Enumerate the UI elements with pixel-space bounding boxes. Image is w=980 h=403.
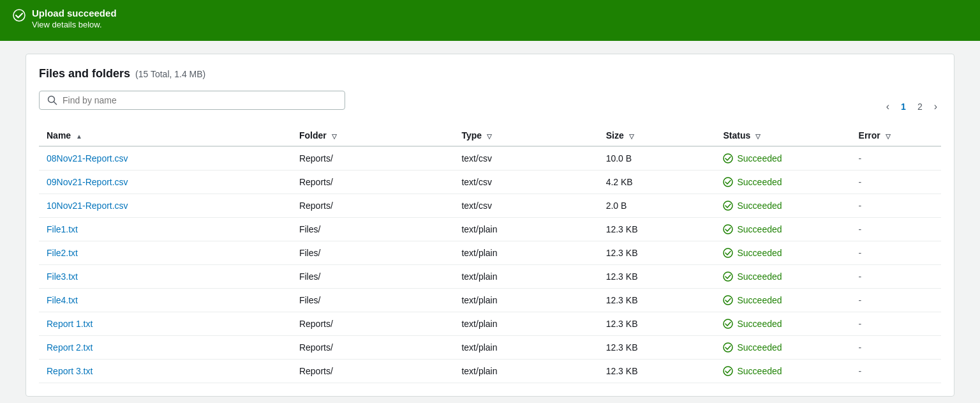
card-header: Files and folders (15 Total, 1.4 MB) <box>39 67 941 80</box>
file-link[interactable]: File2.txt <box>47 248 78 258</box>
pagination-next-button[interactable]: › <box>930 100 941 114</box>
file-size: 12.3 KB <box>598 289 716 312</box>
card-title: Files and folders <box>39 67 130 80</box>
succeeded-icon <box>723 224 733 234</box>
table-body: 08Nov21-Report.csvReports/text/csv10.0 B… <box>39 146 941 383</box>
pagination-prev-button[interactable]: ‹ <box>882 100 893 114</box>
card-subtitle: (15 Total, 1.4 MB) <box>135 69 205 79</box>
table-row: File3.txtFiles/text/plain12.3 KB Succeed… <box>39 265 941 289</box>
file-status: Succeeded <box>715 312 850 336</box>
table-row: Report 3.txtReports/text/plain12.3 KB Su… <box>39 360 941 383</box>
file-folder: Files/ <box>292 218 454 241</box>
file-link[interactable]: Report 2.txt <box>47 342 93 353</box>
table-row: 09Nov21-Report.csvReports/text/csv4.2 KB… <box>39 171 941 194</box>
file-link[interactable]: File1.txt <box>47 224 78 234</box>
pagination-page-2[interactable]: 2 <box>914 100 926 113</box>
file-size: 10.0 B <box>598 146 716 171</box>
svg-point-12 <box>724 367 732 376</box>
file-link[interactable]: File3.txt <box>47 271 78 282</box>
status-label: Succeeded <box>737 248 782 258</box>
status-label: Succeeded <box>737 295 782 305</box>
file-folder: Reports/ <box>292 312 454 336</box>
file-status: Succeeded <box>715 289 850 312</box>
svg-line-2 <box>54 102 57 105</box>
file-link[interactable]: 09Nov21-Report.csv <box>47 177 128 187</box>
file-link[interactable]: Report 1.txt <box>47 319 93 329</box>
check-circle-icon <box>13 9 26 22</box>
table-row: 10Nov21-Report.csvReports/text/csv2.0 B … <box>39 194 941 218</box>
file-link[interactable]: 08Nov21-Report.csv <box>47 153 128 163</box>
col-header-size[interactable]: Size ▽ <box>598 125 716 146</box>
col-header-folder[interactable]: Folder ▽ <box>292 125 454 146</box>
succeeded-icon <box>723 342 733 353</box>
file-type: text/plain <box>454 218 598 241</box>
search-bar[interactable] <box>39 91 345 110</box>
file-type: text/csv <box>454 146 598 171</box>
file-error: - <box>851 312 941 336</box>
svg-point-3 <box>724 154 732 163</box>
file-type: text/plain <box>454 360 598 383</box>
col-header-error[interactable]: Error ▽ <box>851 125 941 146</box>
file-status: Succeeded <box>715 241 850 265</box>
search-icon <box>47 95 57 105</box>
file-folder: Files/ <box>292 241 454 265</box>
table-row: Report 2.txtReports/text/plain12.3 KB Su… <box>39 336 941 360</box>
file-size: 12.3 KB <box>598 360 716 383</box>
col-header-name[interactable]: Name ▲ <box>39 125 292 146</box>
sort-none-icon-type: ▽ <box>487 133 492 140</box>
table-header: Name ▲ Folder ▽ Type ▽ Size ▽ Status ▽ <box>39 125 941 146</box>
file-type: text/plain <box>454 241 598 265</box>
succeeded-icon <box>723 153 733 163</box>
file-link[interactable]: 10Nov21-Report.csv <box>47 201 128 211</box>
svg-point-4 <box>724 178 732 186</box>
succeeded-icon <box>723 319 733 329</box>
status-label: Succeeded <box>737 201 782 211</box>
file-size: 12.3 KB <box>598 218 716 241</box>
file-folder: Files/ <box>292 265 454 289</box>
table-controls: ‹ 1 2 › <box>39 91 941 123</box>
file-error: - <box>851 241 941 265</box>
file-link[interactable]: File4.txt <box>47 295 78 305</box>
file-size: 12.3 KB <box>598 312 716 336</box>
file-type: text/csv <box>454 171 598 194</box>
sort-none-icon-status: ▽ <box>755 133 761 140</box>
file-error: - <box>851 360 941 383</box>
svg-point-5 <box>724 201 732 210</box>
banner-subtitle: View details below. <box>32 20 117 29</box>
file-error: - <box>851 146 941 171</box>
succeeded-icon <box>723 248 733 258</box>
sort-asc-icon: ▲ <box>76 133 82 140</box>
sort-none-icon-error: ▽ <box>886 133 891 140</box>
pagination: ‹ 1 2 › <box>882 100 941 114</box>
file-type: text/plain <box>454 289 598 312</box>
pagination-page-1[interactable]: 1 <box>897 100 910 113</box>
svg-point-0 <box>13 10 25 21</box>
succeeded-icon <box>723 177 733 187</box>
table-row: File1.txtFiles/text/plain12.3 KB Succeed… <box>39 218 941 241</box>
status-label: Succeeded <box>737 342 782 353</box>
file-folder: Files/ <box>292 289 454 312</box>
file-status: Succeeded <box>715 336 850 360</box>
svg-point-9 <box>724 296 732 305</box>
file-status: Succeeded <box>715 194 850 218</box>
file-error: - <box>851 194 941 218</box>
svg-point-10 <box>724 319 732 328</box>
success-banner: Upload succeeded View details below. <box>0 0 980 41</box>
file-size: 4.2 KB <box>598 171 716 194</box>
status-label: Succeeded <box>737 224 782 234</box>
file-folder: Reports/ <box>292 360 454 383</box>
file-status: Succeeded <box>715 265 850 289</box>
svg-point-6 <box>724 225 732 234</box>
banner-title: Upload succeeded <box>32 8 117 19</box>
col-header-type[interactable]: Type ▽ <box>454 125 598 146</box>
search-input[interactable] <box>63 95 337 105</box>
col-header-status[interactable]: Status ▽ <box>715 125 850 146</box>
file-link[interactable]: Report 3.txt <box>47 366 93 376</box>
main-content: Files and folders (15 Total, 1.4 MB) ‹ 1… <box>0 41 980 403</box>
status-label: Succeeded <box>737 271 782 282</box>
svg-point-7 <box>724 248 732 257</box>
succeeded-icon <box>723 295 733 305</box>
file-folder: Reports/ <box>292 171 454 194</box>
sort-none-icon-folder: ▽ <box>332 133 337 140</box>
file-size: 12.3 KB <box>598 241 716 265</box>
